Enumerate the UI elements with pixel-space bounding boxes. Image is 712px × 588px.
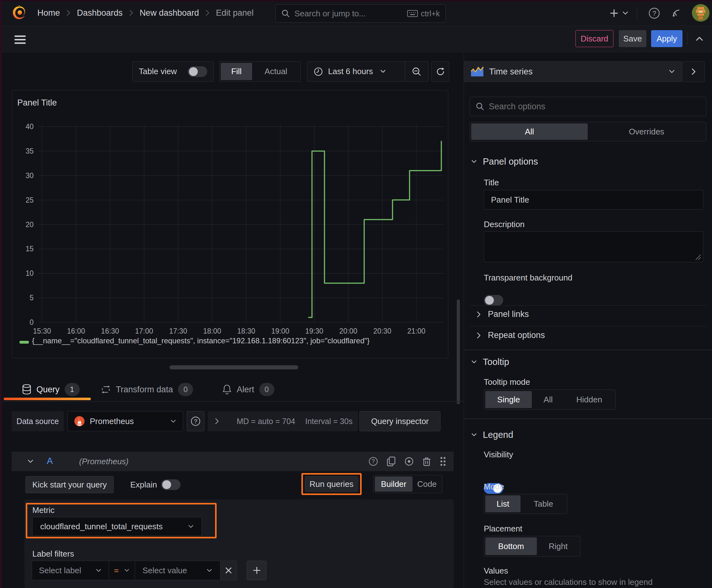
toggle-query-visibility-button[interactable] [404,456,414,466]
svg-text:40: 40 [25,123,34,131]
datasource-help-button[interactable]: ? [187,411,204,431]
interval-stat: Interval = 30s [305,417,352,426]
drag-query-handle[interactable] [439,456,447,467]
tooltip-hidden-option[interactable]: Hidden [564,391,614,408]
remove-filter-button[interactable] [220,561,237,580]
tooltip-single-option[interactable]: Single [486,391,532,408]
search-icon [281,9,290,18]
datasource-label: Data source [12,411,64,431]
time-series-chart[interactable]: 051015202530354015:3016:0016:3017:0017:3… [12,90,449,358]
legend-header[interactable]: Legend [471,430,513,440]
delete-query-button[interactable] [422,456,431,466]
placement-bottom-option[interactable]: Bottom [486,538,537,555]
duplicate-query-button[interactable] [386,456,396,466]
legend-series-label[interactable]: {__name__="cloudflared_tunnel_total_requ… [32,336,369,345]
options-tab-overrides[interactable]: Overrides [588,123,705,140]
chevron-down-icon [622,11,629,15]
svg-text:15:30: 15:30 [33,327,51,335]
vertical-scrollbar[interactable] [457,299,460,404]
time-range-button[interactable]: Last 6 hours [307,62,405,81]
discard-button[interactable]: Discard [576,30,613,47]
panel-title-input[interactable] [484,190,703,210]
breadcrumb-home[interactable]: Home [37,8,60,18]
builder-code-group: Builder Code [373,475,442,493]
tooltip-header[interactable]: Tooltip [471,357,509,367]
operator-dropdown[interactable]: = [109,561,135,580]
close-icon [225,567,232,574]
global-search[interactable]: ctrl+k [275,4,446,23]
panel-resize-handle[interactable] [170,365,298,370]
screen-edge-left [0,0,2,588]
options-search[interactable] [470,97,706,116]
collapse-options-button[interactable] [693,33,706,45]
builder-option[interactable]: Builder [375,477,412,491]
fill-option[interactable]: Fill [221,63,252,80]
chevron-right-icon [66,9,71,16]
tab-alert[interactable]: Alert 0 [222,381,274,398]
actual-option[interactable]: Actual [253,63,299,80]
explain-toggle[interactable] [161,479,180,490]
query-inspector-button[interactable]: Query inspector [360,411,440,431]
panel-links-header[interactable]: Panel links [477,309,529,319]
select-value-dropdown[interactable]: Select value [135,561,220,580]
table-view-toggle[interactable] [188,66,207,77]
query-ref-id[interactable]: A [47,456,53,466]
tabs-separator [2,401,464,402]
legend-table-option[interactable]: Table [521,495,566,512]
add-dropdown-toggle[interactable] [621,9,630,17]
chevron-down-icon [124,569,130,572]
chevron-down-icon [27,459,34,464]
placement-right-option[interactable]: Right [537,538,579,555]
run-queries-button[interactable]: Run queries [305,476,358,492]
breadcrumb-dashboards[interactable]: Dashboards [77,8,123,18]
news-button[interactable] [669,6,684,20]
save-button[interactable]: Save [619,30,646,47]
chevron-up-icon [695,36,704,41]
legend-placement-label: Placement [484,524,522,534]
user-avatar[interactable] [692,4,710,22]
description-input[interactable] [484,231,703,262]
collapse-query-button[interactable] [24,452,37,471]
help-button[interactable]: ? [647,6,662,20]
options-tab-all[interactable]: All [471,123,588,140]
svg-text:18:30: 18:30 [237,327,255,335]
grafana-logo[interactable] [11,4,27,22]
svg-text:20:00: 20:00 [339,327,358,335]
kickstart-query-button[interactable]: Kick start your query [25,476,114,493]
zoom-out-button[interactable] [405,62,428,81]
breadcrumb-new-dashboard[interactable]: New dashboard [140,8,199,18]
code-option[interactable]: Code [413,477,441,491]
query-row-a: A (Prometheus) ? [12,452,454,471]
select-label-dropdown[interactable]: Select label [32,561,109,580]
query-help-button[interactable]: ? [368,456,378,466]
section-divider [470,326,706,327]
grafana-logo-icon [11,4,27,22]
panel-options-header[interactable]: Panel options [471,156,538,167]
datasource-picker[interactable]: Prometheus [67,411,183,431]
expand-stats-button[interactable] [208,411,226,431]
visualization-picker[interactable]: Time series [464,61,682,82]
add-button[interactable] [607,7,621,19]
tooltip-mode-group: Single All Hidden [484,390,616,410]
legend-list-option[interactable]: List [486,495,520,512]
query-datasource-hint: (Prometheus) [79,457,129,466]
chevron-down-icon [471,433,477,437]
metric-select[interactable]: cloudflared_tunnel_total_requests [33,517,202,536]
tab-transform[interactable]: Transform data 0 [101,381,193,398]
apply-button[interactable]: Apply [651,30,683,47]
chevron-down-icon [206,569,213,573]
add-filter-button[interactable] [247,561,266,580]
tab-query[interactable]: Query 1 [22,381,80,398]
tooltip-all-option[interactable]: All [533,391,564,408]
refresh-button[interactable] [431,61,449,82]
menu-button[interactable] [12,33,28,46]
fill-actual-group: Fill Actual [219,61,301,82]
transparent-background-toggle[interactable] [484,295,503,306]
chevron-down-icon [471,360,477,364]
repeat-options-header[interactable]: Repeat options [477,331,545,340]
svg-text:20: 20 [25,220,34,229]
options-search-input[interactable] [489,102,700,111]
svg-text:?: ? [194,418,197,425]
search-input[interactable] [295,9,403,19]
toggle-viz-options-button[interactable] [683,61,705,82]
